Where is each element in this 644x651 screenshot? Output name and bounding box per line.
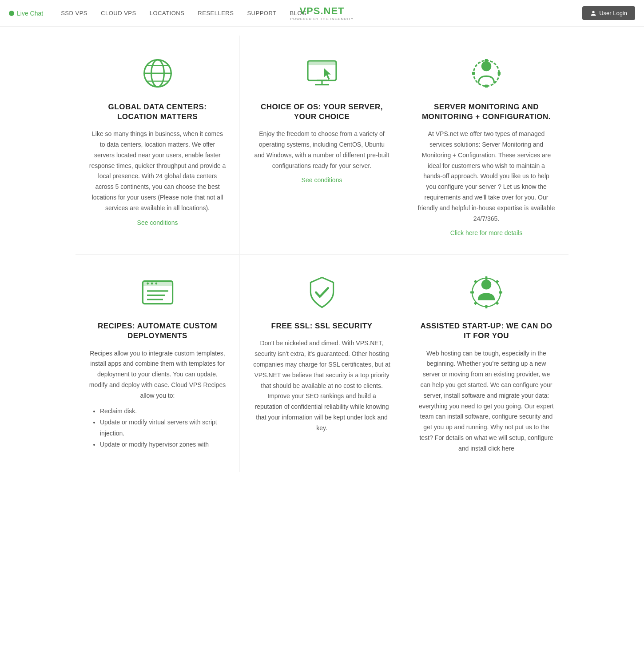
nav-locations[interactable]: LOCATIONS (150, 10, 185, 16)
assisted-startup-title: ASSISTED START-UP: WE CAN DO IT FOR YOU (417, 321, 555, 341)
shield-check-icon (302, 272, 342, 312)
free-ssl-title: FREE SSL: SSL SECURITY (253, 321, 390, 331)
svg-marker-10 (324, 68, 331, 80)
svg-rect-34 (495, 302, 499, 305)
user-icon (590, 10, 596, 16)
person-gear-icon (466, 53, 506, 93)
recipes-list-item-3: Update or modify hypervisor zones with (100, 439, 226, 450)
monitor-cursor-icon (302, 53, 342, 93)
feature-choice-of-os: CHOICE OF OS: YOUR SERVER, YOUR CHOICE E… (240, 36, 404, 254)
global-data-centers-link[interactable]: See conditions (89, 219, 226, 226)
choice-of-os-title: CHOICE OF OS: YOUR SERVER, YOUR CHOICE (253, 102, 390, 122)
svg-rect-14 (485, 85, 488, 88)
feature-recipes: RECIPES: AUTOMATE CUSTOM DEPLOYMENTS Rec… (76, 254, 240, 471)
svg-rect-32 (495, 280, 499, 284)
server-monitoring-title: SERVER MONITORING AND MONITORING + CONFI… (417, 102, 555, 122)
feature-free-ssl: FREE SSL: SSL SECURITY Don't be nickeled… (240, 254, 404, 471)
nav-cloud-vps[interactable]: CLOUD VPS (101, 10, 136, 16)
svg-rect-16 (498, 72, 501, 75)
nav-resellers[interactable]: RESELLERS (198, 10, 234, 16)
livechat-button[interactable]: Live Chat (9, 10, 43, 17)
livechat-status-dot (9, 11, 14, 16)
globe-icon (138, 53, 178, 93)
svg-rect-13 (485, 59, 488, 62)
assisted-startup-desc: Web hosting can be tough, especially in … (417, 348, 555, 454)
feature-server-monitoring: SERVER MONITORING AND MONITORING + CONFI… (404, 36, 568, 254)
svg-point-19 (147, 283, 149, 285)
recipes-title: RECIPES: AUTOMATE CUSTOM DEPLOYMENTS (89, 321, 226, 341)
global-data-centers-desc: Like so many things in business, when it… (89, 129, 226, 213)
main-content: GLOBAL DATA CENTERS: LOCATION MATTERS Li… (67, 27, 577, 481)
svg-point-21 (155, 283, 157, 285)
svg-rect-31 (474, 280, 477, 284)
svg-rect-30 (499, 292, 502, 294)
svg-rect-29 (470, 292, 474, 294)
nav-ssd-vps[interactable]: SSD VPS (61, 10, 87, 16)
person-gear2-icon (466, 272, 506, 312)
server-monitoring-desc: At VPS.net we offer two types of managed… (417, 129, 555, 224)
svg-point-20 (151, 283, 153, 285)
free-ssl-desc: Don't be nickeled and dimed. With VPS.NE… (253, 338, 390, 433)
feature-assisted-startup: ASSISTED START-UP: WE CAN DO IT FOR YOU … (404, 254, 568, 471)
svg-rect-27 (485, 276, 488, 280)
global-data-centers-title: GLOBAL DATA CENTERS: LOCATION MATTERS (89, 102, 226, 122)
nav-support[interactable]: SUPPORT (247, 10, 276, 16)
choice-of-os-desc: Enjoy the freedom to choose from a varie… (253, 129, 390, 171)
svg-point-25 (481, 280, 491, 290)
browser-list-icon (138, 272, 178, 312)
feature-global-data-centers: GLOBAL DATA CENTERS: LOCATION MATTERS Li… (76, 36, 240, 254)
logo-sub: POWERED BY THG INGENUITY (290, 17, 354, 21)
svg-rect-28 (485, 305, 488, 308)
feature-grid: GLOBAL DATA CENTERS: LOCATION MATTERS Li… (76, 36, 568, 472)
site-logo[interactable]: VPS.NET POWERED BY THG INGENUITY (290, 5, 354, 21)
choice-of-os-link[interactable]: See conditions (253, 176, 390, 184)
svg-rect-33 (474, 302, 477, 305)
server-monitoring-link[interactable]: Click here for more details (417, 229, 555, 236)
recipes-list: Reclaim disk. Update or modify virtual s… (89, 406, 226, 451)
navbar: Live Chat SSD VPS CLOUD VPS LOCATIONS RE… (0, 0, 644, 27)
user-login-label: User Login (599, 10, 627, 16)
recipes-list-item-2: Update or modify virtual servers with sc… (100, 417, 226, 439)
nav-right: User Login (582, 6, 635, 20)
logo-text: VPS.NET (290, 5, 354, 17)
svg-point-11 (481, 61, 491, 71)
livechat-label: Live Chat (17, 10, 43, 17)
user-login-button[interactable]: User Login (582, 6, 635, 20)
svg-rect-6 (308, 61, 336, 65)
recipes-list-item-1: Reclaim disk. (100, 406, 226, 417)
recipes-desc: Recipes allow you to integrate custom te… (89, 348, 226, 401)
svg-rect-15 (472, 72, 475, 75)
